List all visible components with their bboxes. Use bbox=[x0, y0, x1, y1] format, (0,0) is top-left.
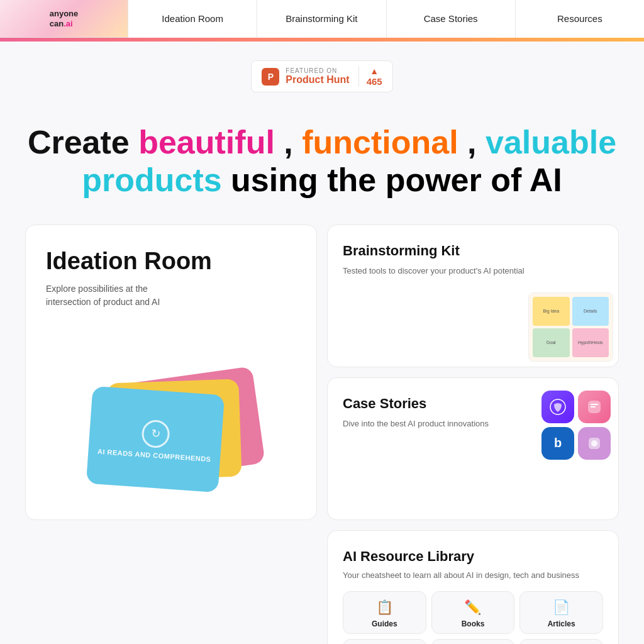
resource-grid: 📋 Guides ✏️ Books 📄 Articles 👥 People ▶️ bbox=[343, 591, 603, 644]
nav-brainstorming-kit[interactable]: Brainstorming Kit bbox=[257, 0, 386, 38]
vote-count: 465 bbox=[367, 76, 382, 87]
svg-rect-2 bbox=[591, 404, 598, 405]
product-hunt-badge[interactable]: P FEATURED ON Product Hunt ▲ 465 bbox=[251, 60, 392, 92]
resource-library-title: AI Resource Library bbox=[343, 548, 603, 565]
card-case-stories[interactable]: Case Stories Dive into the best AI produ… bbox=[327, 377, 619, 520]
case-icon-purple bbox=[541, 391, 574, 423]
card-ideation-room[interactable]: Ideation Room Explore possibilities at t… bbox=[25, 225, 317, 520]
stack-card-text: AI READS AND COMPREHENDS bbox=[97, 447, 211, 463]
nav-resources[interactable]: Resources bbox=[516, 0, 644, 38]
nav-case-stories[interactable]: Case Stories bbox=[387, 0, 516, 38]
card-stack-illustration: ↻ AI READS AND COMPREHENDS bbox=[77, 356, 265, 519]
product-hunt-votes: ▲ 465 bbox=[358, 66, 382, 87]
ideation-room-title: Ideation Room bbox=[46, 248, 296, 275]
nav-ideation-room[interactable]: Ideation Room bbox=[128, 0, 257, 38]
word-beautiful: beautiful bbox=[138, 124, 275, 160]
app-icon-lavender bbox=[586, 435, 603, 452]
stack-cycle-icon: ↻ bbox=[141, 419, 170, 448]
brainstorm-desc: Tested tools to discover your product's … bbox=[343, 265, 603, 277]
card-brainstorming-kit[interactable]: Brainstorming Kit Tested tools to discov… bbox=[327, 225, 619, 367]
upvote-arrow: ▲ bbox=[370, 66, 379, 76]
books-icon: ✏️ bbox=[464, 599, 481, 616]
hero-line2: products using the power of AI bbox=[25, 162, 619, 199]
product-hunt-name: Product Hunt bbox=[286, 74, 349, 86]
brainstorm-mockup: Big Idea Details Goal HypothHesis bbox=[528, 292, 613, 362]
svg-point-5 bbox=[591, 440, 597, 447]
resource-item-podcasts[interactable]: 🎙️ Podcasts bbox=[519, 639, 603, 644]
resource-item-books[interactable]: ✏️ Books bbox=[431, 591, 515, 634]
articles-label: Articles bbox=[548, 619, 575, 628]
case-icon-lavender bbox=[578, 427, 611, 460]
featured-on-label: FEATURED ON bbox=[286, 67, 349, 74]
guides-icon: 📋 bbox=[376, 599, 393, 616]
product-hunt-wrapper: P FEATURED ON Product Hunt ▲ 465 bbox=[25, 42, 619, 105]
card-resource-library[interactable]: AI Resource Library Your cheatsheet to l… bbox=[327, 530, 619, 644]
logo[interactable]: anyone can.ai bbox=[0, 0, 128, 37]
hero-line1: Create beautiful , functional , valuable bbox=[25, 124, 619, 162]
brainstorm-title: Brainstorming Kit bbox=[343, 243, 603, 259]
mock-cell-1: Big Idea bbox=[533, 297, 570, 326]
word-valuable: valuable bbox=[486, 124, 616, 160]
word-products: products bbox=[82, 162, 221, 198]
guides-label: Guides bbox=[372, 619, 397, 628]
app-icon-pink bbox=[586, 398, 603, 416]
svg-rect-3 bbox=[591, 406, 596, 408]
resource-item-guides[interactable]: 📋 Guides bbox=[343, 591, 426, 634]
stack-card-blue: ↻ AI READS AND COMPREHENDS bbox=[86, 386, 225, 492]
resource-item-videos[interactable]: ▶️ Videos bbox=[431, 639, 515, 644]
main-content: P FEATURED ON Product Hunt ▲ 465 Create … bbox=[0, 42, 644, 644]
case-stories-icons: b bbox=[541, 391, 611, 460]
product-hunt-text: FEATURED ON Product Hunt bbox=[286, 67, 349, 86]
cards-grid: Ideation Room Explore possibilities at t… bbox=[25, 225, 619, 644]
resource-item-people[interactable]: 👥 People bbox=[343, 639, 426, 644]
mock-cell-2: Details bbox=[572, 297, 609, 326]
nav-items: Ideation Room Brainstorming Kit Case Sto… bbox=[128, 0, 644, 38]
ideation-room-image: ↻ AI READS AND COMPREHENDS bbox=[46, 309, 296, 519]
microsoft-copilot-icon bbox=[549, 398, 567, 416]
case-icon-blue: b bbox=[541, 427, 574, 460]
navbar: anyone can.ai Ideation Room Brainstormin… bbox=[0, 0, 644, 38]
ideation-room-desc: Explore possibilities at the intersectio… bbox=[46, 282, 172, 309]
product-hunt-icon: P bbox=[262, 68, 279, 86]
articles-icon: 📄 bbox=[553, 599, 570, 616]
mock-cell-4: HypothHesis bbox=[572, 328, 609, 357]
case-icon-pink bbox=[578, 391, 611, 423]
hero-section: Create beautiful , functional , valuable… bbox=[25, 105, 619, 225]
resource-item-articles[interactable]: 📄 Articles bbox=[519, 591, 603, 634]
mock-cell-3: Goal bbox=[533, 328, 570, 357]
books-label: Books bbox=[462, 619, 485, 628]
word-functional: functional bbox=[302, 124, 458, 160]
resource-library-desc: Your cheatsheet to learn all about AI in… bbox=[343, 570, 603, 581]
